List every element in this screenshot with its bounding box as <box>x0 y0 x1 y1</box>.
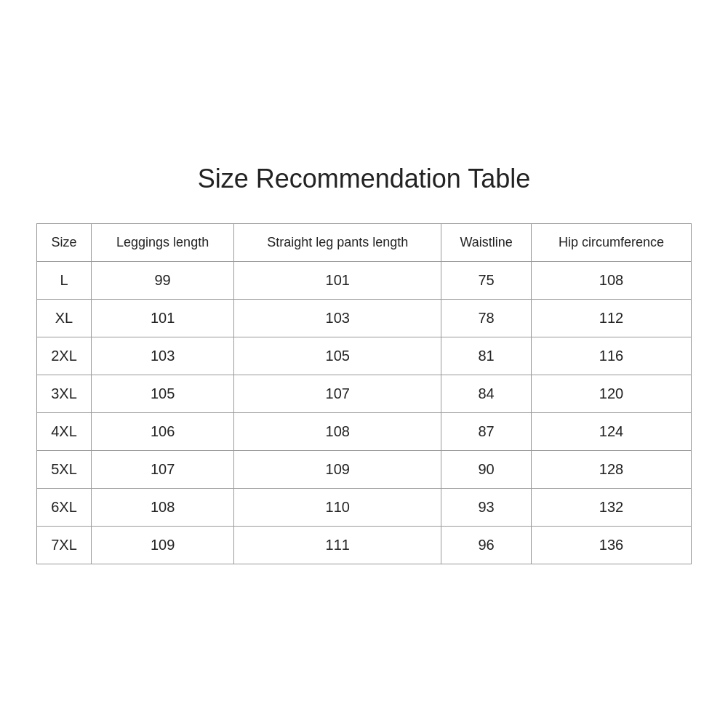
table-row: 5XL10710990128 <box>37 451 692 489</box>
table-row: XL10110378112 <box>37 300 692 337</box>
cell-hip: 124 <box>531 413 691 451</box>
cell-leggings: 103 <box>91 337 233 375</box>
page-wrapper: Size Recommendation Table Size Leggings … <box>0 0 728 728</box>
table-row: 6XL10811093132 <box>37 489 692 527</box>
cell-hip: 132 <box>531 489 691 527</box>
cell-straight: 111 <box>234 527 441 564</box>
size-recommendation-table: Size Leggings length Straight leg pants … <box>36 223 692 564</box>
cell-size: 3XL <box>37 375 92 413</box>
cell-waistline: 96 <box>441 527 532 564</box>
cell-hip: 108 <box>531 262 691 300</box>
table-row: 4XL10610887124 <box>37 413 692 451</box>
header-straight-leg: Straight leg pants length <box>234 223 441 261</box>
cell-straight: 108 <box>234 413 441 451</box>
cell-size: 7XL <box>37 527 92 564</box>
cell-straight: 109 <box>234 451 441 489</box>
cell-straight: 103 <box>234 300 441 337</box>
cell-leggings: 109 <box>91 527 233 564</box>
cell-hip: 128 <box>531 451 691 489</box>
page-title: Size Recommendation Table <box>198 164 531 194</box>
cell-leggings: 101 <box>91 300 233 337</box>
cell-waistline: 75 <box>441 262 532 300</box>
cell-size: 6XL <box>37 489 92 527</box>
cell-size: 5XL <box>37 451 92 489</box>
cell-size: 4XL <box>37 413 92 451</box>
table-header-row: Size Leggings length Straight leg pants … <box>37 223 692 261</box>
table-row: 3XL10510784120 <box>37 375 692 413</box>
cell-size: L <box>37 262 92 300</box>
cell-leggings: 108 <box>91 489 233 527</box>
cell-size: 2XL <box>37 337 92 375</box>
header-size: Size <box>37 223 92 261</box>
table-row: L9910175108 <box>37 262 692 300</box>
header-hip: Hip circumference <box>531 223 691 261</box>
cell-waistline: 78 <box>441 300 532 337</box>
header-waistline: Waistline <box>441 223 532 261</box>
cell-waistline: 84 <box>441 375 532 413</box>
table-row: 7XL10911196136 <box>37 527 692 564</box>
table-row: 2XL10310581116 <box>37 337 692 375</box>
cell-leggings: 99 <box>91 262 233 300</box>
cell-leggings: 107 <box>91 451 233 489</box>
cell-waistline: 81 <box>441 337 532 375</box>
cell-straight: 101 <box>234 262 441 300</box>
cell-straight: 110 <box>234 489 441 527</box>
cell-straight: 107 <box>234 375 441 413</box>
cell-leggings: 106 <box>91 413 233 451</box>
cell-hip: 136 <box>531 527 691 564</box>
cell-straight: 105 <box>234 337 441 375</box>
cell-waistline: 90 <box>441 451 532 489</box>
cell-hip: 116 <box>531 337 691 375</box>
cell-waistline: 87 <box>441 413 532 451</box>
cell-leggings: 105 <box>91 375 233 413</box>
cell-waistline: 93 <box>441 489 532 527</box>
header-leggings: Leggings length <box>91 223 233 261</box>
cell-size: XL <box>37 300 92 337</box>
cell-hip: 112 <box>531 300 691 337</box>
cell-hip: 120 <box>531 375 691 413</box>
